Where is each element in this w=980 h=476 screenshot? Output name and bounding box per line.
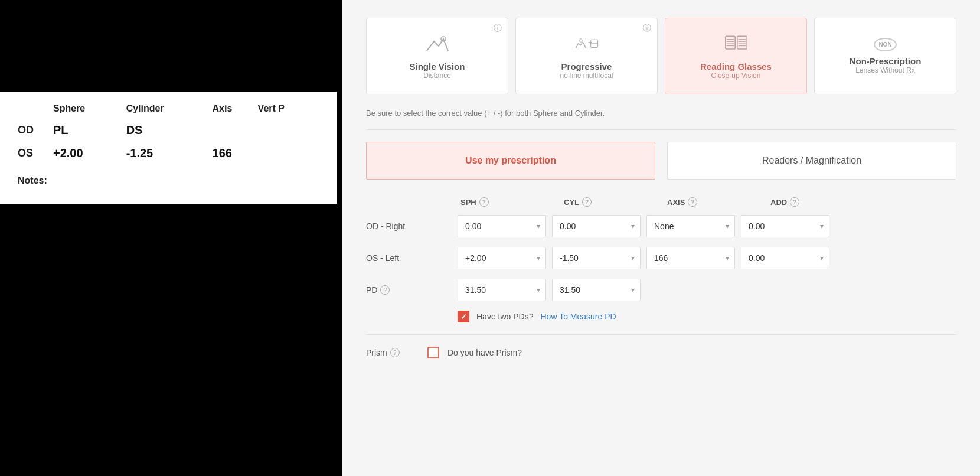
left-panel: Sphere Cylinder Axis Vert P OD PL DS OS … xyxy=(0,0,342,476)
od-cylinder-value: DS xyxy=(126,119,213,142)
mountain-icon xyxy=(426,33,449,57)
od-cyl-select[interactable]: 0.00 xyxy=(552,215,641,237)
pd-row-label: PD ? xyxy=(366,285,458,295)
prism-label: Prism ? xyxy=(366,348,419,357)
cyl-column-header: CYL ? xyxy=(564,197,661,207)
two-pd-label: Have two PDs? xyxy=(476,312,533,321)
reading-glasses-sub: Close-up Vision xyxy=(711,71,761,80)
od-row-label: OD - Right xyxy=(366,221,458,231)
prism-checkbox-label: Do you have Prism? xyxy=(447,348,522,357)
sph-help-icon[interactable]: ? xyxy=(479,197,489,207)
os-cyl-select-wrap: -1.50 xyxy=(546,247,641,269)
od-add-select-wrap: 0.00 xyxy=(735,215,829,237)
os-axis-select-wrap: 166 xyxy=(641,247,735,269)
od-axis-select[interactable]: None xyxy=(646,215,735,237)
od-form-row: OD - Right 0.00 0.00 None 0.00 xyxy=(366,215,956,237)
form-header-row: SPH ? CYL ? AXIS ? ADD ? xyxy=(366,197,956,207)
pd-help-icon[interactable]: ? xyxy=(380,285,390,295)
os-add-select-wrap: 0.00 xyxy=(735,247,829,269)
lens-card-single-vision[interactable]: ⓘ Single Vision Distance xyxy=(366,18,508,94)
od-sphere-value: PL xyxy=(53,119,126,142)
os-vertp-value xyxy=(258,142,319,165)
readers-magnification-button[interactable]: Readers / Magnification xyxy=(667,142,956,180)
pd-selects: 31.50 31.50 xyxy=(458,279,641,301)
sphere-header: Sphere xyxy=(53,103,126,119)
cyl-help-icon[interactable]: ? xyxy=(582,197,592,207)
os-cylinder-value: -1.25 xyxy=(126,142,213,165)
sph-column-header: SPH ? xyxy=(460,197,558,207)
non-prescription-title: Non-Prescription xyxy=(850,56,922,66)
info-text: Be sure to select the correct value (+ /… xyxy=(366,109,956,130)
os-axis-value: 166 xyxy=(213,142,258,165)
divider xyxy=(366,334,956,335)
measure-pd-link[interactable]: How To Measure PD xyxy=(540,312,616,321)
two-pd-checkbox[interactable] xyxy=(458,311,469,322)
single-vision-title: Single Vision xyxy=(410,61,465,71)
prism-help-icon[interactable]: ? xyxy=(390,348,400,357)
single-vision-sub: Distance xyxy=(423,71,451,80)
add-column-header: ADD ? xyxy=(770,197,868,207)
lens-card-non-prescription[interactable]: NON Non-Prescription Lenses Without Rx xyxy=(814,18,956,94)
os-eye-label: OS xyxy=(18,142,53,165)
od-sph-select[interactable]: 0.00 xyxy=(458,215,546,237)
progressive-help-icon[interactable]: ⓘ xyxy=(643,23,651,34)
pd1-select[interactable]: 31.50 xyxy=(458,279,546,301)
vertp-header: Vert P xyxy=(258,103,319,119)
use-my-prescription-button[interactable]: Use my prescription xyxy=(366,142,655,180)
svg-rect-6 xyxy=(737,36,746,49)
od-row: OD PL DS xyxy=(18,119,319,142)
pd-form-row: PD ? 31.50 31.50 xyxy=(366,279,956,301)
od-sph-select-wrap: 0.00 xyxy=(458,215,546,237)
os-axis-select[interactable]: 166 xyxy=(646,247,735,269)
prism-row: Prism ? Do you have Prism? xyxy=(366,347,956,358)
button-row: Use my prescription Readers / Magnificat… xyxy=(366,142,956,180)
axis-column-header: AXIS ? xyxy=(667,197,765,207)
od-cyl-select-wrap: 0.00 xyxy=(546,215,641,237)
lens-type-row: ⓘ Single Vision Distance ⓘ + xyxy=(366,18,956,94)
os-cyl-select[interactable]: -1.50 xyxy=(552,247,641,269)
od-add-select[interactable]: 0.00 xyxy=(741,215,829,237)
os-sph-select-wrap: +2.00 xyxy=(458,247,546,269)
non-rx-badge: NON xyxy=(874,38,896,51)
reading-icon xyxy=(724,33,748,57)
svg-rect-5 xyxy=(725,36,734,49)
axis-help-icon[interactable]: ? xyxy=(688,197,697,207)
progressive-sub: no-line multifocal xyxy=(560,71,613,80)
od-eye-label: OD xyxy=(18,119,53,142)
single-vision-help-icon[interactable]: ⓘ xyxy=(494,23,502,34)
add-help-icon[interactable]: ? xyxy=(790,197,799,207)
od-axis-value xyxy=(213,119,258,142)
od-vertp-value xyxy=(258,119,319,142)
pd2-select[interactable]: 31.50 xyxy=(552,279,641,301)
form-section: SPH ? CYL ? AXIS ? ADD ? OD - Right 0.00 xyxy=(366,197,956,358)
notes-label: Notes: xyxy=(18,175,319,186)
progressive-title: Progressive xyxy=(561,61,612,71)
os-form-row: OS - Left +2.00 -1.50 166 0.00 xyxy=(366,247,956,269)
lens-card-progressive[interactable]: ⓘ + Progressive no-line multifocal xyxy=(515,18,658,94)
right-panel: ⓘ Single Vision Distance ⓘ + xyxy=(342,0,980,476)
cylinder-header: Cylinder xyxy=(126,103,213,119)
rx-table: Sphere Cylinder Axis Vert P OD PL DS OS … xyxy=(18,103,319,165)
axis-header: Axis xyxy=(213,103,258,119)
lens-card-reading-glasses[interactable]: Reading Glasses Close-up Vision xyxy=(665,18,807,94)
os-row-label: OS - Left xyxy=(366,253,458,263)
od-axis-select-wrap: None xyxy=(641,215,735,237)
os-sph-select[interactable]: +2.00 xyxy=(458,247,546,269)
two-pd-row: Have two PDs? How To Measure PD xyxy=(458,311,956,322)
os-row: OS +2.00 -1.25 166 xyxy=(18,142,319,165)
non-prescription-sub: Lenses Without Rx xyxy=(855,66,915,74)
progressive-icon: + xyxy=(575,33,599,57)
svg-point-1 xyxy=(579,38,582,41)
pd1-select-wrap: 31.50 xyxy=(458,279,546,301)
os-sphere-value: +2.00 xyxy=(53,142,126,165)
prism-checkbox[interactable] xyxy=(427,347,439,358)
os-add-select[interactable]: 0.00 xyxy=(741,247,829,269)
prescription-card: Sphere Cylinder Axis Vert P OD PL DS OS … xyxy=(0,92,337,204)
reading-glasses-title: Reading Glasses xyxy=(700,61,772,71)
pd2-select-wrap: 31.50 xyxy=(546,279,641,301)
